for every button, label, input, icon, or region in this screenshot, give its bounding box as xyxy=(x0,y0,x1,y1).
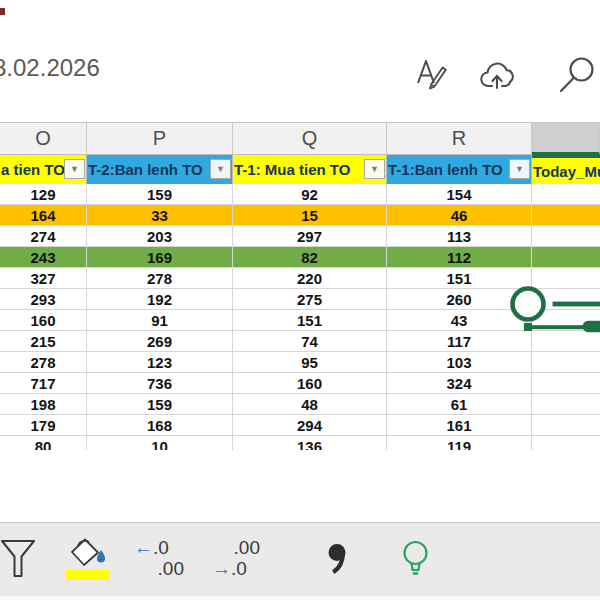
formatting-toolbar: ←.0 .00 .00 →.0 xyxy=(0,522,600,600)
cell[interactable]: 159 xyxy=(87,184,233,205)
cell[interactable]: 46 xyxy=(387,205,532,226)
cell[interactable]: 278 xyxy=(87,268,233,289)
cell[interactable]: 119 xyxy=(387,436,532,450)
column-letter-S[interactable] xyxy=(532,123,600,155)
table-row: 717736160324 xyxy=(0,373,600,394)
cell[interactable]: 294 xyxy=(233,415,387,436)
highlight-color-bar xyxy=(66,570,110,580)
table-row: 179168294161 xyxy=(0,415,600,436)
cell[interactable]: 95 xyxy=(233,352,387,373)
right-arrow-icon: → xyxy=(212,558,231,579)
cell[interactable]: 33 xyxy=(87,205,233,226)
cell[interactable]: 717 xyxy=(0,373,87,394)
cloud-upload-icon[interactable] xyxy=(479,59,523,95)
cell[interactable]: 243 xyxy=(0,247,87,268)
cell[interactable]: 327 xyxy=(0,268,87,289)
column-letter-O[interactable]: O xyxy=(0,123,87,155)
search-icon[interactable] xyxy=(554,54,598,98)
cell[interactable]: 91 xyxy=(87,310,233,331)
cell[interactable]: 92 xyxy=(233,184,387,205)
edit-icon[interactable] xyxy=(414,55,454,95)
column-letter-row: OPQR xyxy=(0,122,600,155)
cell[interactable]: 736 xyxy=(87,373,233,394)
filter-header-P[interactable]: T-2:Ban lenh TO▼ xyxy=(87,155,233,184)
cell[interactable]: 129 xyxy=(0,184,87,205)
cell[interactable] xyxy=(532,436,600,450)
cell[interactable] xyxy=(532,373,600,394)
cell[interactable]: 113 xyxy=(387,226,532,247)
ideas-lightbulb-icon[interactable] xyxy=(402,540,430,584)
cell[interactable]: 160 xyxy=(0,310,87,331)
cell[interactable] xyxy=(532,226,600,247)
table-row: 27812395103 xyxy=(0,352,600,373)
filter-header-R[interactable]: T-1:Ban lenh TO▼ xyxy=(387,155,532,184)
cell[interactable]: 82 xyxy=(233,247,387,268)
cell[interactable]: 274 xyxy=(0,226,87,247)
decrease-decimal-button[interactable]: ←.0 .00 xyxy=(134,537,184,579)
cell[interactable] xyxy=(532,394,600,415)
cell[interactable]: 215 xyxy=(0,331,87,352)
filter-dropdown-icon[interactable]: ▼ xyxy=(364,159,385,179)
filter-dropdown-icon[interactable]: ▼ xyxy=(64,159,85,179)
cell[interactable]: 278 xyxy=(0,352,87,373)
cell[interactable]: 103 xyxy=(387,352,532,373)
table-row: 24316982112 xyxy=(0,247,600,268)
bottom-strip xyxy=(0,596,600,600)
fill-color-icon[interactable] xyxy=(64,535,112,569)
cell[interactable]: 179 xyxy=(0,415,87,436)
cell[interactable] xyxy=(532,247,600,268)
cell[interactable]: 161 xyxy=(387,415,532,436)
filter-header-label: Today_Mu xyxy=(532,163,600,180)
column-letter-Q[interactable]: Q xyxy=(233,123,387,155)
cell[interactable]: 48 xyxy=(233,394,387,415)
cell[interactable]: 293 xyxy=(0,289,87,310)
filter-icon[interactable] xyxy=(1,540,37,580)
cell[interactable]: 80 xyxy=(0,436,87,450)
table-row: 8010136119 xyxy=(0,436,600,450)
cell[interactable]: 154 xyxy=(387,184,532,205)
cell[interactable]: 203 xyxy=(87,226,233,247)
cell[interactable]: 15 xyxy=(233,205,387,226)
filter-header-label: T-2:Ban lenh TO xyxy=(87,161,203,178)
cell[interactable]: 269 xyxy=(87,331,233,352)
cell[interactable]: 192 xyxy=(87,289,233,310)
cell[interactable]: 168 xyxy=(87,415,233,436)
cell[interactable]: 169 xyxy=(87,247,233,268)
cell[interactable]: 160 xyxy=(233,373,387,394)
cell[interactable]: 159 xyxy=(87,394,233,415)
cell[interactable] xyxy=(532,205,600,226)
selection-handle[interactable] xyxy=(505,282,600,337)
increase-decimal-button[interactable]: .00 →.0 xyxy=(212,537,260,579)
cell[interactable]: 151 xyxy=(233,310,387,331)
filter-header-label: T-1: Mua tien TO xyxy=(233,161,350,178)
table-row: 164331546 xyxy=(0,205,600,226)
filter-dropdown-icon[interactable]: ▼ xyxy=(509,159,530,179)
column-letter-P[interactable]: P xyxy=(87,123,233,155)
cell[interactable]: 123 xyxy=(87,352,233,373)
filter-header-O[interactable]: a tien TO▼ xyxy=(0,155,87,184)
cell[interactable]: 10 xyxy=(87,436,233,450)
filter-header-S[interactable]: Today_Mu xyxy=(532,155,600,184)
left-arrow-icon: ← xyxy=(134,537,153,558)
table-row: 12915992154 xyxy=(0,184,600,205)
filter-header-row: a tien TO▼T-2:Ban lenh TO▼T-1: Mua tien … xyxy=(0,155,600,184)
cell[interactable]: 198 xyxy=(0,394,87,415)
cell[interactable] xyxy=(532,352,600,373)
cell[interactable]: 164 xyxy=(0,205,87,226)
workbook-title: 8.02.2026 xyxy=(0,54,100,82)
comma-style-icon[interactable] xyxy=(326,544,348,580)
cell[interactable]: 324 xyxy=(387,373,532,394)
filter-header-Q[interactable]: T-1: Mua tien TO▼ xyxy=(233,155,387,184)
cell[interactable]: 61 xyxy=(387,394,532,415)
cell[interactable]: 275 xyxy=(233,289,387,310)
cell[interactable]: 220 xyxy=(233,268,387,289)
filter-dropdown-icon[interactable]: ▼ xyxy=(210,159,231,179)
table-row: 274203297113 xyxy=(0,226,600,247)
cell[interactable]: 297 xyxy=(233,226,387,247)
cell[interactable] xyxy=(532,184,600,205)
cell[interactable]: 74 xyxy=(233,331,387,352)
cell[interactable]: 112 xyxy=(387,247,532,268)
cell[interactable] xyxy=(532,415,600,436)
column-letter-R[interactable]: R xyxy=(387,123,532,155)
cell[interactable]: 136 xyxy=(233,436,387,450)
